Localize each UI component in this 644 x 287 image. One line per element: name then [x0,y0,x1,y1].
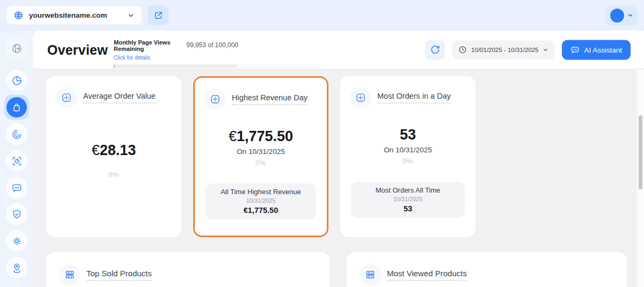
shopping-bag-icon [6,97,27,117]
stat-card-highest-revenue-day: Highest Revenue Day €1,775.50 On 10/31/2… [193,76,328,237]
account-menu[interactable] [605,5,638,26]
date-range-value: 10/01/2025 - 10/31/2025 [471,47,538,53]
stat-card-most-orders-in-a-day: Most Orders in a Day 53 On 10/31/2025 0%… [340,76,475,237]
all-time-box: Most Orders All Time 10/31/2025 53 [351,182,465,218]
page-views-block: Monthly Page Views Remaining 99,953 of 1… [114,39,238,68]
stat-change: 0% [56,171,172,179]
page-views-count: 99,953 of 100,000 [186,41,238,49]
page-views-label: Monthly Page Views Remaining [114,39,182,52]
sidebar-item-orders[interactable] [4,95,29,120]
ai-assistant-label: AI Assistant [584,46,622,54]
external-link-icon [153,11,163,20]
sidebar-item-settings[interactable] [6,230,27,252]
page-title: Overview [47,42,108,57]
sidebar-item-location[interactable] [6,257,27,278]
chat-bubble-icon [11,182,23,194]
shield-check-icon [11,209,23,220]
sidebar-item-security[interactable] [6,203,27,225]
sidebar [0,31,33,287]
stat-date: On 10/31/2025 [204,148,317,156]
content-area: Average Order Value €28.13 0% [33,69,644,287]
stat-card-average-order-value: Average Order Value €28.13 0% [46,76,181,237]
stat-metric-icon [350,87,371,108]
chat-bubble-icon [570,45,580,54]
scrollbar-thumb[interactable] [639,115,642,189]
card-top-sold-products: Top Sold Products [46,252,330,287]
card-title[interactable]: Top Sold Products [86,269,152,281]
chevron-down-icon [627,12,634,19]
site-selector[interactable]: yourwebsitename.com [6,6,142,25]
refresh-button[interactable] [425,40,445,60]
sidebar-item-toggle[interactable] [6,38,27,59]
chevron-down-icon [543,47,548,53]
refresh-icon [430,45,440,55]
open-site-button[interactable] [148,5,169,25]
topbar: yourwebsitename.com [0,0,644,31]
stat-change: 0% [204,159,317,167]
header-actions: 10/01/2025 - 10/31/2025 AI Assistant [425,40,631,60]
sidebar-item-tracking[interactable] [6,150,27,172]
app-root: yourwebsitename.com [0,0,644,287]
globe-icon [13,10,24,20]
sidebar-item-analytics[interactable] [6,123,27,145]
server-list-icon [360,264,381,285]
all-time-box: All Time Highest Revenue 10/31/2025 €1,7… [206,183,316,219]
main-panel: Overview Monthly Page Views Remaining 99… [33,31,644,287]
site-name: yourwebsitename.com [29,11,107,19]
clock-icon [458,46,467,54]
radar-arcs-icon [11,129,23,140]
sidebar-item-dashboard[interactable] [6,70,27,91]
page-views-details-link[interactable]: Click for details [114,55,150,61]
stat-card-title[interactable]: Most Orders in a Day [377,92,451,104]
stat-change: 0% [350,157,466,165]
all-time-date: 10/31/2025 [355,196,460,202]
page-header: Overview Monthly Page Views Remaining 99… [33,31,644,69]
all-time-date: 10/31/2025 [210,197,312,204]
scan-target-icon [11,156,23,167]
page-views-progress [114,64,237,68]
gear-icon [11,236,23,247]
sidebar-item-chat[interactable] [6,177,27,198]
card-title[interactable]: Most Viewed Products [387,269,467,281]
avatar [610,9,624,23]
page-views-progress-fill [114,64,114,68]
stat-date: On 10/31/2025 [350,146,466,154]
ai-assistant-button[interactable]: AI Assistant [562,40,631,60]
scrollbar [637,70,644,287]
all-time-value: €1,775.50 [210,206,312,215]
pie-chart-icon [11,75,23,86]
stat-value: 53 [350,127,466,143]
stat-value: €1,775.50 [204,128,317,145]
date-range-picker[interactable]: 10/01/2025 - 10/31/2025 [452,40,555,59]
stat-metric-icon [204,89,226,110]
chevron-down-icon [127,12,135,19]
all-time-label: All Time Highest Revenue [210,188,312,196]
sidebar-toggle-icon [11,43,23,54]
stat-card-title[interactable]: Average Order Value [83,92,156,104]
server-list-icon [59,264,80,285]
all-time-label: Most Orders All Time [355,186,460,194]
location-pin-icon [11,262,23,274]
stat-metric-icon [56,87,77,108]
stat-card-title[interactable]: Highest Revenue Day [232,93,308,105]
stat-value: €28.13 [56,142,172,159]
card-most-viewed-products: Most Viewed Products [347,252,627,287]
all-time-value: 53 [355,204,460,213]
